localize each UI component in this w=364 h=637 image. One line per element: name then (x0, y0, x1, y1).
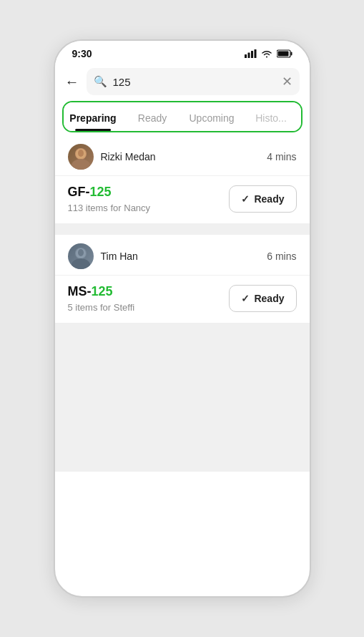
tab-upcoming[interactable]: Upcoming (182, 102, 242, 131)
svg-rect-2 (251, 51, 253, 58)
tabs-container: Preparing Ready Upcoming Histo... (62, 101, 302, 132)
order-card-1: Tim Han 6 mins MS-125 5 items for Steffi… (55, 235, 310, 323)
search-bar-row: ← 🔍 125 ✕ (55, 64, 310, 101)
courier-time-0: 4 mins (267, 151, 296, 162)
order-number-1: 125 (92, 284, 113, 298)
svg-rect-5 (290, 52, 292, 56)
check-icon-0: ✓ (241, 193, 250, 205)
search-input[interactable]: 125 (113, 76, 276, 88)
order-number-0: 125 (90, 185, 112, 199)
wifi-icon (261, 49, 272, 58)
order-id-0: GF-125 (68, 185, 151, 200)
courier-row-1: Tim Han 6 mins (55, 235, 310, 276)
battery-icon (277, 49, 292, 58)
order-prefix-1: MS- (68, 284, 92, 298)
bottom-spacer (55, 329, 310, 472)
svg-rect-6 (277, 52, 288, 57)
svg-rect-0 (245, 54, 247, 58)
courier-name-0: Rizki Medan (101, 151, 156, 162)
ready-button-1[interactable]: ✓ Ready (229, 285, 296, 312)
clear-button[interactable]: ✕ (282, 74, 292, 89)
order-detail-row-1: MS-125 5 items for Steffi ✓ Ready (55, 276, 310, 323)
svg-point-14 (78, 249, 84, 256)
order-items-1: 5 items for Steffi (68, 302, 135, 313)
ready-label-0: Ready (254, 193, 284, 205)
courier-left-0: Rizki Medan (68, 144, 156, 170)
tab-preparing[interactable]: Preparing (64, 102, 123, 131)
courier-time-1: 6 mins (267, 251, 296, 262)
status-bar: 9:30 (55, 41, 310, 64)
avatar-0 (68, 144, 94, 170)
svg-rect-1 (247, 53, 250, 59)
order-info-1: MS-125 5 items for Steffi (68, 284, 135, 313)
tab-history[interactable]: Histo... (242, 102, 301, 131)
courier-row-0: Rizki Medan 4 mins (55, 135, 310, 176)
order-items-0: 113 items for Nancy (68, 203, 151, 213)
order-info-0: GF-125 113 items for Nancy (68, 185, 151, 213)
ready-button-0[interactable]: ✓ Ready (229, 185, 296, 213)
tab-ready[interactable]: Ready (123, 102, 182, 131)
svg-point-10 (78, 150, 84, 157)
check-icon-1: ✓ (241, 293, 250, 304)
status-time: 9:30 (72, 48, 92, 59)
order-id-1: MS-125 (68, 284, 135, 299)
status-icons (245, 49, 292, 58)
search-input-wrapper[interactable]: 🔍 125 ✕ (87, 68, 300, 95)
signal-icon (245, 49, 257, 58)
order-detail-row-0: GF-125 113 items for Nancy ✓ Ready (55, 176, 310, 223)
courier-name-1: Tim Han (101, 251, 138, 262)
divider-1 (55, 229, 310, 235)
avatar-1 (68, 243, 94, 269)
back-button[interactable]: ← (65, 74, 79, 89)
content-area: Rizki Medan 4 mins GF-125 113 items for … (55, 135, 310, 472)
tabs-row: Preparing Ready Upcoming Histo... (64, 102, 301, 131)
svg-point-8 (72, 159, 90, 170)
order-card-0: Rizki Medan 4 mins GF-125 113 items for … (55, 135, 310, 223)
svg-point-12 (72, 258, 90, 269)
phone-frame: 9:30 ← 🔍 (54, 39, 311, 598)
order-prefix-0: GF- (68, 185, 90, 199)
search-icon: 🔍 (94, 75, 107, 88)
svg-rect-3 (254, 49, 256, 58)
courier-left-1: Tim Han (68, 243, 138, 269)
ready-label-1: Ready (254, 293, 284, 304)
